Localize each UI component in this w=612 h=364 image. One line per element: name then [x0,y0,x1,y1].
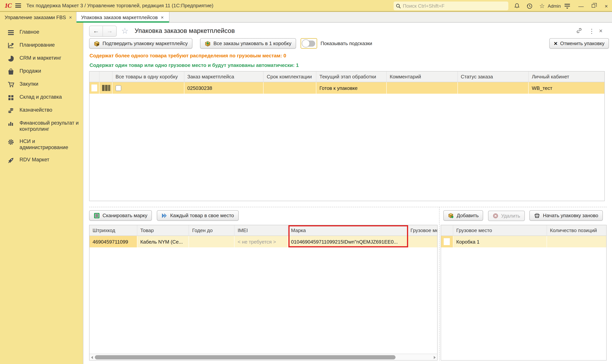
box-plus-icon [448,212,454,219]
1c-logo-icon: 1С [5,2,12,9]
tab-fbs-orders[interactable]: Управление заказами FBS × [0,12,77,23]
button-label: Каждый товар в свое место [170,213,234,218]
current-row-marker [444,238,450,245]
col-product[interactable]: Товар [137,225,189,236]
places-table-header: Грузовое место Количество позиций [441,225,606,236]
minimize-button[interactable]: — [576,0,586,12]
scroll-left-icon[interactable] [91,356,93,359]
sidebar-item-main[interactable]: Главное [0,26,83,39]
col-all-in-one-box[interactable]: Все товары в одну коробку [112,72,184,82]
items-hscrollbar[interactable] [90,354,437,360]
restore-button[interactable] [588,0,598,12]
sidebar-item-purchases[interactable]: Закупки [0,78,83,91]
title-bar: 1С Тех поддержка Маркет 3 / Управление т… [0,0,612,12]
get-link-icon[interactable] [576,27,582,35]
nav-back-button[interactable]: ← [90,26,103,36]
scroll-right-icon[interactable] [434,356,436,359]
col-deadline[interactable]: Срок комплектации [264,72,317,82]
sidebar-item-warehouse[interactable]: Склад и доставка [0,91,83,104]
item-expiry-cell [189,236,235,247]
global-search[interactable] [394,1,508,10]
favorites-star-icon[interactable]: ☆ [537,0,547,12]
status-cell [458,82,529,94]
sidebar-item-label: Финансовый результат и контроллинг [19,120,79,132]
sidebar-item-crm[interactable]: CRM и маркетинг [0,52,83,65]
sidebar-item-finance[interactable]: Финансовый результат и контроллинг [0,117,83,135]
tab-close-icon[interactable]: × [69,14,72,20]
pack-all-one-box-button[interactable]: Все заказы упаковать в 1 коробку [200,38,296,49]
user-menu[interactable]: Admin [546,0,562,12]
horizontal-splitter[interactable] [89,207,607,207]
comment-cell [387,82,458,94]
orders-table-header: Все товары в одну коробку Заказ маркетпл… [90,72,604,82]
deadline-cell [264,82,317,94]
confirm-packing-button[interactable]: Подтвердить упаковку маркетплейсу [89,38,192,49]
col-selector[interactable] [90,72,99,82]
show-hints-toggle[interactable] [301,38,317,49]
planning-chart-icon [7,42,14,49]
menu-lines-icon [7,29,14,36]
vertical-splitter[interactable] [439,207,439,361]
col-mark[interactable]: Марка [288,225,408,236]
sidebar-item-admin[interactable]: НСИ и администрирование [0,135,83,154]
col-imei[interactable]: IMEI [235,225,288,236]
sidebar-item-planning[interactable]: Планирование [0,39,83,52]
item-barcode-cell: 4690459711099 [90,236,137,247]
sidebar-item-treasury[interactable]: Казначейство [0,104,83,117]
col-stage[interactable]: Текущий этап обработки [316,72,386,82]
cancel-packing-button[interactable]: × Отменить упаковку [549,38,609,49]
col-comment[interactable]: Комментарий [387,72,458,82]
col-expiry[interactable]: Годен до [189,225,235,236]
col-status[interactable]: Статус заказа [458,72,529,82]
item-row[interactable]: 4690459711099 Кабель NYM (Се... < не тре… [90,236,437,247]
all-in-one-box-checkbox[interactable] [116,85,121,91]
col-order[interactable]: Заказ маркетплейса [184,72,264,82]
tab-close-icon[interactable]: × [161,14,164,20]
add-place-button[interactable]: Добавить [443,210,483,221]
restart-packing-button[interactable]: Начать упаковку заново [530,210,603,221]
delete-place-button[interactable]: Удалить [488,210,525,221]
col-cabinet[interactable]: Личный кабинет [529,72,604,82]
main-menu-icon[interactable] [15,3,21,8]
favorite-star-icon[interactable]: ☆ [121,26,129,36]
orders-table: Все товары в одну коробку Заказ маркетпл… [89,71,605,201]
sidebar-item-label: Планирование [19,42,55,48]
col-selector[interactable] [441,225,453,236]
notifications-bell-icon[interactable] [512,0,522,12]
col-place[interactable]: Грузовое место [453,225,547,236]
tab-label: Упаковка заказов маркетплейсов [81,14,158,20]
close-window-button[interactable]: × [601,0,611,12]
nav-forward-button[interactable]: → [103,26,116,36]
place-row[interactable]: Коробка 1 [441,236,606,247]
history-icon[interactable] [524,0,534,12]
sidebar-item-label: RDV Маркет [19,156,49,163]
coins-icon [7,107,14,114]
button-label: Подтвердить упаковку маркетплейсу [103,40,188,46]
items-table: Штрихкод Товар Годен до IMEI Марка Грузо… [89,225,438,361]
sidebar-item-rdv-market[interactable]: RDV Маркет [0,154,83,167]
order-row[interactable]: 025030238 Готов к упаковке WB_тест [90,82,604,94]
status-message-auto-pack: Содержат один товар или одно грузовое ме… [90,62,299,68]
scan-mark-button[interactable]: Сканировать марку [89,210,152,221]
col-barcode[interactable]: Штрихкод [90,225,137,236]
each-item-own-place-button[interactable]: Каждый товар в свое место [157,210,239,221]
search-input[interactable] [403,3,506,9]
delete-circle-icon [493,213,498,219]
more-actions-icon[interactable]: ⋮ [589,27,595,35]
current-row-marker [92,84,97,91]
service-menu-icon[interactable] [562,0,572,12]
item-cargo-place-cell [407,236,437,247]
double-arrow-icon [161,212,168,219]
tab-strip: Управление заказами FBS × Упаковка заказ… [0,12,612,23]
sidebar-item-sales[interactable]: Продажи [0,65,83,78]
item-product-cell: Кабель NYM (Се... [137,236,189,247]
col-barcode[interactable] [99,72,112,82]
items-table-header: Штрихкод Товар Годен до IMEI Марка Грузо… [90,225,437,236]
sidebar-item-label: CRM и маркетинг [19,55,61,61]
button-label: Все заказы упаковать в 1 коробку [213,40,291,46]
close-form-icon[interactable]: × [599,27,603,34]
tab-marketplace-packing[interactable]: Упаковка заказов маркетплейсов × [77,12,170,23]
col-cargo-place[interactable]: Грузовое место [407,225,437,236]
scroll-thumb[interactable] [95,355,396,359]
col-positions[interactable]: Количество позиций [547,225,606,236]
